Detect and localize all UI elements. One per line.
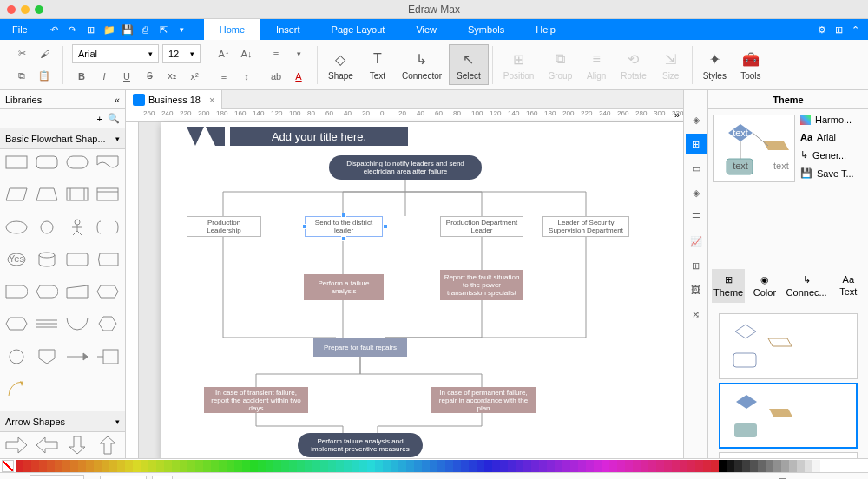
color-swatch[interactable] (578, 460, 586, 472)
color-swatch[interactable] (133, 460, 141, 472)
italic-btn[interactable]: I (95, 67, 114, 86)
size-tool[interactable]: ⇲Size (654, 45, 688, 84)
color-swatch[interactable] (617, 460, 625, 472)
properties-icon[interactable]: ☰ (686, 207, 707, 227)
line-spacing-btn[interactable]: ↕ (237, 67, 256, 86)
color-swatch[interactable] (102, 460, 109, 472)
theme-item-3[interactable] (719, 452, 858, 459)
color-swatch[interactable] (94, 460, 102, 472)
color-swatch[interactable] (47, 460, 55, 472)
color-swatch[interactable] (422, 460, 430, 472)
gray-swatch[interactable] (797, 460, 805, 472)
color-swatch[interactable] (117, 460, 125, 472)
node-failure-analysis[interactable]: Perform a failure analysis (304, 274, 384, 300)
color-swatch[interactable] (586, 460, 594, 472)
bold-btn[interactable]: B (72, 67, 91, 86)
color-swatch[interactable] (453, 460, 461, 472)
tab-help[interactable]: Help (520, 19, 571, 40)
shape-card[interactable] (95, 185, 121, 204)
new-btn[interactable]: ⊞ (83, 22, 99, 37)
color-swatch[interactable] (86, 460, 94, 472)
bullets-btn[interactable]: ≡ (214, 67, 233, 86)
gray-swatch[interactable] (719, 460, 727, 472)
color-swatch[interactable] (648, 460, 656, 472)
gray-swatch[interactable] (750, 460, 758, 472)
color-swatch[interactable] (391, 460, 398, 472)
image-icon[interactable]: 🖼 (686, 279, 707, 300)
connector-tool[interactable]: ↳Connector (395, 45, 449, 84)
shape-parallelogram[interactable] (3, 185, 30, 204)
color-swatch[interactable] (141, 460, 148, 472)
arrow-down[interactable] (64, 436, 90, 455)
color-swatch[interactable] (383, 460, 391, 472)
color-swatch[interactable] (227, 460, 234, 472)
color-swatch[interactable] (672, 460, 680, 472)
expand-right-icon[interactable]: » (674, 109, 680, 120)
shape-database[interactable] (64, 250, 90, 269)
shape-annotation[interactable] (95, 347, 121, 366)
shape-brackets[interactable] (95, 218, 121, 237)
color-swatch[interactable] (656, 460, 664, 472)
color-swatch[interactable] (711, 460, 719, 472)
color-swatch[interactable] (695, 460, 703, 472)
color-swatch[interactable] (664, 460, 672, 472)
shape-hex[interactable] (3, 314, 30, 333)
color-swatch[interactable] (633, 460, 641, 472)
node-district-leader[interactable]: Send to the district leader (305, 216, 383, 237)
shape-delay[interactable] (3, 282, 30, 301)
color-swatch[interactable] (445, 460, 453, 472)
add-page-btn[interactable]: + (152, 476, 173, 480)
shape-decision-yes[interactable]: Yes (3, 250, 30, 269)
color-swatch[interactable] (312, 460, 320, 472)
title-node[interactable]: Add your title here. (230, 127, 408, 146)
shape-display[interactable] (34, 282, 60, 301)
shape-hexagon2[interactable] (95, 314, 121, 333)
subscript-btn[interactable]: x₂ (162, 67, 181, 86)
current-page-tab[interactable]: Page-1 (100, 476, 147, 480)
color-swatch[interactable] (187, 460, 195, 472)
color-swatch[interactable] (484, 460, 492, 472)
align-left-btn[interactable]: ≡ (266, 44, 286, 63)
gray-swatch[interactable] (766, 460, 773, 472)
prop-harmo[interactable]: Harmo... (800, 115, 863, 125)
color-swatch[interactable] (328, 460, 336, 472)
theme-item-1[interactable] (719, 313, 858, 379)
color-swatch[interactable] (414, 460, 422, 472)
cut-btn[interactable]: ✂ (12, 44, 31, 63)
color-swatch[interactable] (164, 460, 172, 472)
shuffle-icon[interactable]: ⤨ (686, 304, 707, 325)
layers-icon[interactable]: ◈ (686, 182, 707, 203)
color-swatch[interactable] (437, 460, 445, 472)
theme-item-2[interactable] (719, 383, 858, 449)
highlight-btn[interactable]: ab (266, 67, 286, 86)
shape-tool[interactable]: ◇Shape (321, 45, 360, 84)
color-swatch[interactable] (398, 460, 406, 472)
save-btn[interactable]: 💾 (120, 22, 135, 37)
shape-rect[interactable] (3, 153, 30, 172)
subtab-theme[interactable]: ⊞Theme (712, 269, 745, 303)
qat-more[interactable]: ▾ (174, 22, 190, 37)
color-swatch[interactable] (594, 460, 602, 472)
text-tool[interactable]: TText (360, 45, 395, 84)
color-swatch[interactable] (352, 460, 359, 472)
shape-prep[interactable] (95, 282, 121, 301)
shape-document[interactable] (95, 153, 121, 172)
collapse-left-icon[interactable]: « (115, 95, 120, 105)
gray-swatch[interactable] (734, 460, 742, 472)
position-tool[interactable]: ⊞Position (496, 45, 542, 84)
color-swatch[interactable] (344, 460, 352, 472)
color-swatch[interactable] (625, 460, 633, 472)
font-family-select[interactable]: Arial▾ (72, 44, 159, 63)
arrow-right[interactable] (3, 436, 30, 455)
decrease-font-btn[interactable]: A↓ (237, 44, 256, 63)
color-swatch[interactable] (492, 460, 500, 472)
color-swatch[interactable] (359, 460, 367, 472)
tab-home[interactable]: Home (204, 19, 260, 40)
color-swatch[interactable] (602, 460, 609, 472)
canvas-viewport[interactable]: 2602402202001801601401201008060402002040… (126, 109, 683, 458)
maximize-window-btn[interactable] (35, 5, 43, 14)
shape-lines[interactable] (34, 314, 60, 333)
superscript-btn[interactable]: x² (185, 67, 204, 86)
align-menu[interactable]: ▾ (289, 44, 308, 63)
color-swatch[interactable] (266, 460, 273, 472)
